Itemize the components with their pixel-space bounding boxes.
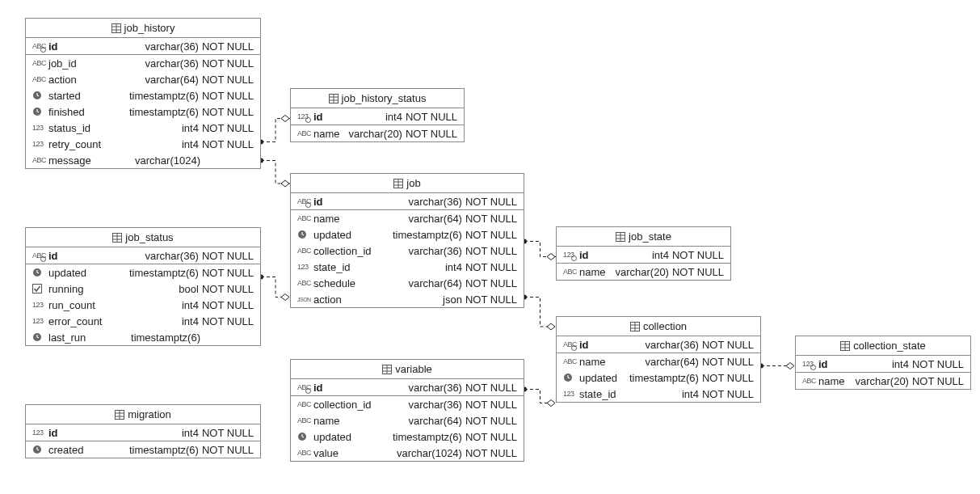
column-name: name <box>579 266 612 278</box>
column-name: finished <box>48 106 91 118</box>
timestamp-type-icon <box>32 266 48 279</box>
column-type: varchar(20) <box>612 266 672 278</box>
column-nullability: NOT NULL <box>202 122 254 134</box>
column-name: updated <box>313 229 358 241</box>
column-nullability: NOT NULL <box>202 315 254 327</box>
column-nullability: NOT NULL <box>465 399 517 411</box>
text-type-icon <box>32 154 48 167</box>
column-name: id <box>579 339 595 351</box>
table-title-text: migration <box>128 408 170 420</box>
table-variable[interactable]: variableidvarchar(36)NOT NULLcollection_… <box>290 359 524 462</box>
table-title-text: job_history_status <box>342 92 427 104</box>
table-title: job <box>291 174 524 193</box>
column-type: int4 <box>107 138 202 150</box>
column-name: id <box>579 249 595 261</box>
column-nullability: NOT NULL <box>465 431 517 443</box>
column-type: int4 <box>623 388 702 400</box>
column-name: running <box>48 283 90 295</box>
column-name: retry_count <box>48 138 107 150</box>
table-job_state[interactable]: job_stateidint4NOT NULLnamevarchar(20)NO… <box>556 226 731 281</box>
column-nullability: NOT NULL <box>672 266 724 278</box>
column-row: startedtimestamptz(6)NOT NULL <box>26 87 260 103</box>
column-row: createdtimestamptz(6)NOT NULL <box>26 441 260 458</box>
table-job_history[interactable]: job_historyidvarchar(36)NOT NULLjob_idva… <box>25 18 261 169</box>
column-name: updated <box>48 267 93 279</box>
column-type: varchar(36) <box>83 57 202 70</box>
column-name: last_run <box>48 331 92 344</box>
text-type-icon <box>297 277 313 289</box>
text-key-type-icon <box>32 40 48 53</box>
text-type-icon <box>32 73 48 86</box>
column-nullability: NOT NULL <box>202 90 254 102</box>
number-type-icon <box>32 298 48 311</box>
column-row: status_idint4NOT NULL <box>26 120 260 136</box>
column-type: varchar(64) <box>347 415 465 427</box>
text-key-type-icon <box>297 195 313 208</box>
timestamp-type-icon <box>32 443 48 456</box>
text-type-icon <box>297 212 313 225</box>
column-row: idint4NOT NULL <box>796 356 970 372</box>
text-key-type-icon <box>563 338 579 351</box>
column-nullability: NOT NULL <box>912 375 964 387</box>
column-nullability: NOT NULL <box>465 245 517 257</box>
column-row: messagevarchar(1024) <box>26 152 260 168</box>
table-job[interactable]: jobidvarchar(36)NOT NULLnamevarchar(64)N… <box>290 173 524 308</box>
column-nullability: NOT NULL <box>202 267 254 279</box>
column-nullability: NOT NULL <box>702 388 754 400</box>
column-row: last_runtimestamptz(6) <box>26 329 260 345</box>
column-name: id <box>48 427 65 439</box>
column-nullability: NOT NULL <box>465 196 517 208</box>
table-title-text: variable <box>395 363 432 375</box>
table-icon <box>616 232 625 242</box>
column-row: idvarchar(36)NOT NULL <box>291 193 524 209</box>
column-name: updated <box>579 372 624 384</box>
text-type-icon <box>297 398 313 411</box>
column-row: namevarchar(20)NOT NULL <box>557 264 730 280</box>
column-name: id <box>313 196 330 208</box>
text-type-icon <box>297 244 313 257</box>
number-key-type-icon <box>563 248 579 261</box>
column-name: created <box>48 444 90 456</box>
number-type-icon <box>32 137 48 150</box>
column-nullability: NOT NULL <box>406 128 457 140</box>
table-migration[interactable]: migrationidint4NOT NULLcreatedtimestampt… <box>25 404 261 458</box>
column-row: finishedtimestamptz(6)NOT NULL <box>26 103 260 120</box>
column-name: action <box>313 293 348 306</box>
column-nullability: NOT NULL <box>202 74 254 86</box>
column-row: error_countint4NOT NULL <box>26 313 260 329</box>
column-type: varchar(36) <box>65 250 202 262</box>
table-job_status[interactable]: job_statusidvarchar(36)NOT NULLupdatedti… <box>25 227 261 346</box>
column-row: collection_idvarchar(36)NOT NULL <box>291 243 524 259</box>
number-type-icon <box>32 121 48 134</box>
column-row: actionvarchar(64)NOT NULL <box>26 71 260 87</box>
text-key-type-icon <box>32 249 48 262</box>
column-name: id <box>48 250 65 262</box>
table-icon <box>382 365 392 374</box>
number-type-icon <box>297 260 313 273</box>
column-name: collection_id <box>313 245 378 257</box>
table-title-text: job_history <box>124 22 175 34</box>
column-name: value <box>313 447 345 459</box>
column-nullability: NOT NULL <box>202 138 254 150</box>
column-type: timestamptz(6) <box>358 229 465 241</box>
column-type: int4 <box>357 261 465 273</box>
column-type: int4 <box>330 111 406 123</box>
column-name: started <box>48 90 87 102</box>
timestamp-type-icon <box>297 228 313 241</box>
table-collection[interactable]: collectionidvarchar(36)NOT NULLnamevarch… <box>556 316 761 403</box>
text-type-icon <box>297 414 313 427</box>
column-row: idvarchar(36)NOT NULL <box>26 247 260 264</box>
column-row: valuevarchar(1024)NOT NULL <box>291 445 524 461</box>
table-collection_state[interactable]: collection_stateidint4NOT NULLnamevarcha… <box>795 336 971 390</box>
table-title: collection <box>557 317 760 336</box>
table-title: collection_state <box>796 336 970 356</box>
table-title: job_history <box>26 19 260 38</box>
text-type-icon <box>297 446 313 459</box>
column-row: updatedtimestamptz(6)NOT NULL <box>291 226 524 243</box>
table-job_history_status[interactable]: job_history_statusidint4NOT NULLnamevarc… <box>290 88 465 142</box>
text-type-icon <box>563 265 579 278</box>
column-nullability: NOT NULL <box>202 57 254 70</box>
table-title: job_history_status <box>291 89 464 108</box>
column-row: namevarchar(64)NOT NULL <box>291 412 524 429</box>
column-type: int4 <box>102 299 202 311</box>
